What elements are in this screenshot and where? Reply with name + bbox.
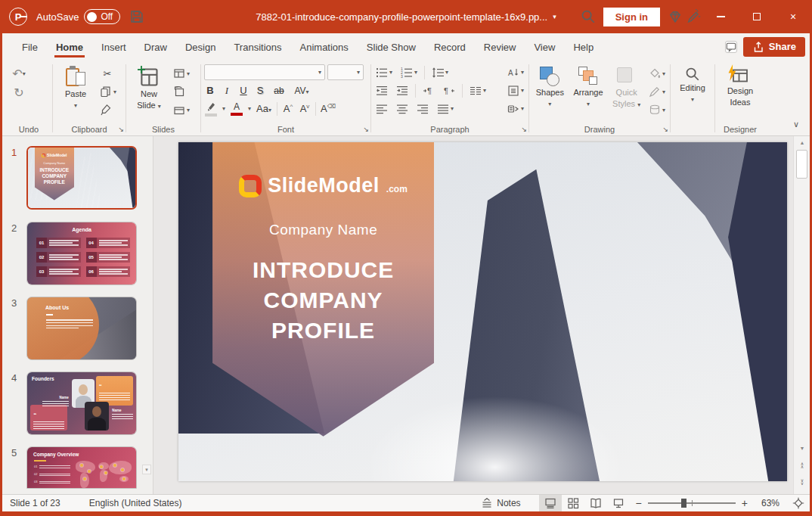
thumbnail-scroll-down-button[interactable]: ▼	[142, 465, 151, 474]
autosave-toggle[interactable]: Off	[84, 9, 120, 24]
tab-record[interactable]: Record	[425, 36, 475, 58]
thumbnail-slide-4[interactable]: “ “ Founders Name Name	[26, 371, 137, 435]
slide-1-canvas[interactable]: SlideModel .com Company Name INTRODUCE C…	[178, 142, 787, 481]
clear-formatting-button[interactable]: A⌫	[321, 103, 333, 114]
shape-outline-button[interactable]: ▾	[647, 84, 667, 99]
thumbnail-slide-2[interactable]: Agenda 01 04 02 05 03 06	[26, 222, 137, 285]
previous-slide-button[interactable]: ∧∧	[794, 459, 810, 471]
slide-title-textbox[interactable]: INTRODUCE COMPANY PROFILE	[253, 255, 394, 346]
reading-view-button[interactable]	[584, 495, 607, 511]
autosave-control[interactable]: AutoSave Off	[36, 9, 120, 24]
rtl-button[interactable]	[442, 83, 457, 98]
normal-view-button[interactable]	[539, 495, 562, 511]
powerpoint-app-icon[interactable]: P	[9, 8, 27, 26]
cut-button[interactable]: ✂	[98, 66, 118, 81]
increase-indent-button[interactable]	[395, 83, 410, 98]
arrange-button[interactable]: Arrange ▾	[571, 64, 606, 109]
tab-draw[interactable]: Draw	[135, 36, 176, 58]
tab-insert[interactable]: Insert	[92, 36, 135, 58]
character-spacing-button[interactable]: AV▾	[292, 85, 311, 96]
line-spacing-button[interactable]: ▾	[430, 65, 450, 80]
zoom-in-button[interactable]: +	[742, 497, 748, 509]
maximize-button[interactable]	[740, 4, 773, 30]
font-size-combo[interactable]: ▾	[327, 64, 364, 80]
collapse-ribbon-button[interactable]: ∨	[793, 120, 799, 129]
shape-fill-button[interactable]: ▾	[647, 66, 667, 81]
minimize-button[interactable]	[704, 4, 737, 30]
tab-transitions[interactable]: Transitions	[225, 36, 290, 58]
scroll-down-button[interactable]: ▼	[794, 442, 810, 455]
notes-button[interactable]: Notes	[473, 495, 528, 511]
tab-review[interactable]: Review	[475, 36, 525, 58]
underline-button[interactable]: U	[237, 85, 249, 96]
thumbnail-slide-3[interactable]: About Us	[26, 297, 137, 360]
bullets-button[interactable]: ▾	[374, 65, 394, 80]
ribbon-display-diamond-icon[interactable]	[668, 9, 683, 24]
thumbnail-scrollbar[interactable]: ▼	[141, 136, 152, 494]
italic-button[interactable]: I	[221, 85, 233, 97]
vertical-scrollbar[interactable]: ▲ ▼ ∧∧ ∨∨	[793, 136, 810, 494]
copy-button[interactable]: ▾	[98, 84, 118, 99]
new-slide-button[interactable]: New Slide ▾	[129, 64, 169, 111]
zoom-out-button[interactable]: −	[636, 497, 642, 509]
font-name-combo[interactable]: ▾	[204, 64, 325, 80]
zoom-slider[interactable]	[648, 502, 736, 504]
bold-button[interactable]: B	[204, 85, 216, 96]
language-indicator[interactable]: English (United States)	[82, 495, 190, 511]
justify-button[interactable]: ▾	[435, 101, 455, 117]
format-painter-button[interactable]	[98, 102, 118, 117]
comments-button[interactable]	[725, 41, 737, 53]
undo-button[interactable]: ↶▾	[11, 66, 26, 81]
section-button[interactable]: ▾	[172, 102, 191, 117]
tab-view[interactable]: View	[525, 36, 564, 58]
search-icon[interactable]	[581, 9, 596, 24]
align-left-button[interactable]	[374, 101, 389, 117]
highlight-button[interactable]	[204, 101, 218, 117]
zoom-level[interactable]: 63%	[754, 495, 787, 511]
font-color-button[interactable]: A	[230, 101, 243, 116]
close-button[interactable]: ×	[776, 4, 810, 30]
next-slide-button[interactable]: ∨∨	[794, 476, 810, 488]
scroll-up-button[interactable]: ▲	[794, 136, 810, 149]
editing-button[interactable]: Editing ▾	[674, 64, 711, 104]
change-case-button[interactable]: Aa▾	[256, 103, 272, 114]
slide-canvas-area[interactable]: SlideModel .com Company Name INTRODUCE C…	[153, 136, 793, 494]
increase-font-button[interactable]: A^	[282, 103, 294, 114]
company-name-textbox[interactable]: Company Name	[269, 222, 377, 238]
slidemodel-logo[interactable]: SlideModel .com	[239, 174, 408, 197]
columns-button[interactable]: ▾	[468, 83, 488, 98]
scrollbar-thumb[interactable]	[796, 150, 807, 179]
align-right-button[interactable]	[415, 101, 430, 117]
paragraph-dialog-launcher[interactable]: ↘	[521, 126, 527, 133]
decrease-font-button[interactable]: Av	[299, 103, 311, 114]
share-button[interactable]: Share	[743, 37, 805, 57]
align-center-button[interactable]	[395, 101, 410, 117]
decrease-indent-button[interactable]	[374, 83, 389, 98]
reset-slide-button[interactable]	[172, 84, 191, 99]
tab-file[interactable]: File	[13, 36, 47, 58]
slide-layout-button[interactable]: ▾	[172, 66, 191, 81]
clipboard-dialog-launcher[interactable]: ↘	[118, 126, 124, 133]
quick-styles-button[interactable]: Quick Styles ▾	[609, 64, 644, 110]
ink-replay-pen-icon[interactable]	[686, 9, 701, 24]
numbering-button[interactable]: ▾	[399, 65, 419, 80]
ltr-button[interactable]	[421, 83, 436, 98]
sign-in-button[interactable]: Sign in	[603, 8, 660, 26]
redo-button[interactable]: ↻	[11, 85, 26, 100]
shapes-button[interactable]: Shapes ▾	[532, 64, 568, 109]
slide-indicator[interactable]: Slide 1 of 23	[2, 495, 68, 511]
tab-animations[interactable]: Animations	[291, 36, 358, 58]
align-text-button[interactable]: ▾	[506, 83, 525, 98]
tab-slide-show[interactable]: Slide Show	[358, 36, 425, 58]
zoom-slider-thumb[interactable]	[681, 499, 686, 508]
drawing-dialog-launcher[interactable]: ↘	[662, 126, 668, 133]
text-direction-button[interactable]: ▾	[506, 65, 525, 80]
text-shadow-button[interactable]: S	[254, 85, 266, 96]
paste-button[interactable]: Paste ▾	[56, 64, 95, 110]
save-button[interactable]	[129, 9, 144, 24]
slide-show-button[interactable]	[607, 495, 630, 511]
slide-sorter-view-button[interactable]	[562, 495, 584, 511]
tab-home[interactable]: Home	[47, 36, 92, 58]
fit-slide-button[interactable]	[787, 495, 810, 511]
tab-help[interactable]: Help	[564, 36, 603, 58]
